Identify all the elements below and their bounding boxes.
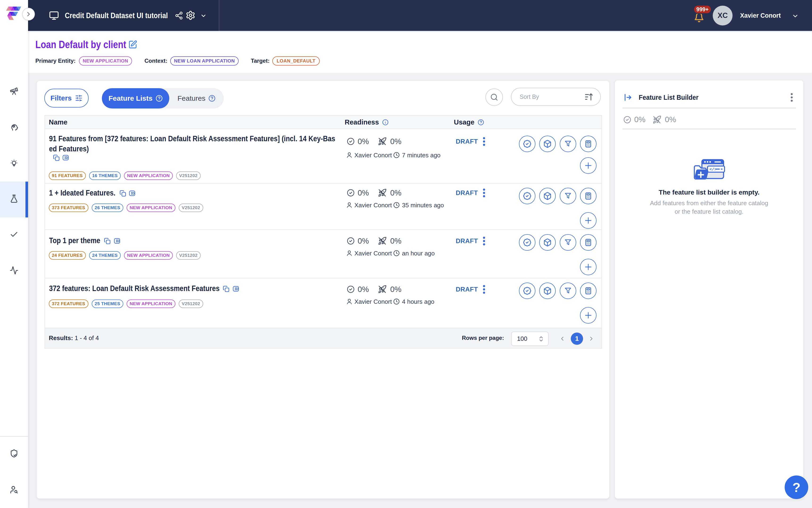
svg-text:</>: </> — [710, 167, 717, 172]
